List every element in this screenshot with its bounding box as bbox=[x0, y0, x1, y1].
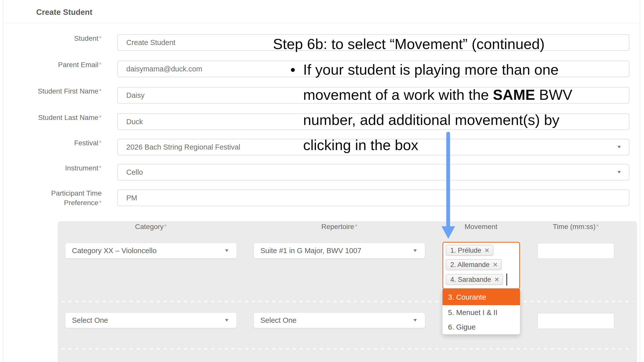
movement-tag: 4. Sarabande✕ bbox=[446, 274, 507, 286]
remove-tag-icon[interactable]: ✕ bbox=[485, 248, 489, 253]
label-last-name: Student Last Name* bbox=[15, 113, 102, 122]
chevron-down-icon: ▼ bbox=[224, 248, 229, 253]
chevron-down-icon: ▼ bbox=[224, 318, 229, 323]
required-marker: * bbox=[98, 34, 102, 42]
chevron-down-icon: ▼ bbox=[412, 248, 418, 253]
movement-tag: 1. Prélude✕ bbox=[446, 245, 493, 256]
time-input-row2[interactable] bbox=[537, 313, 614, 329]
annotation-line-3: number, add additional movement(s) by bbox=[303, 111, 559, 128]
required-marker: * bbox=[98, 87, 102, 95]
label-parent-email: Parent Email* bbox=[15, 60, 102, 70]
chevron-down-icon: ▼ bbox=[616, 144, 622, 150]
pointer-arrow-shaft bbox=[446, 132, 450, 228]
required-marker: * bbox=[98, 114, 102, 121]
text-cursor bbox=[506, 274, 507, 286]
chevron-down-icon: ▼ bbox=[616, 169, 622, 175]
repertoire-select-row1[interactable]: Suite #1 in G Major, BWV 1007▼ bbox=[254, 243, 425, 258]
movement-multiselect-row1[interactable]: 1. Prélude✕ 2. Allemande✕ 4. Sarabande✕ bbox=[442, 242, 520, 289]
pointer-arrow-head-icon bbox=[441, 226, 455, 239]
repertoire-panel bbox=[58, 221, 637, 362]
annotation-line-4: clicking in the box bbox=[303, 137, 418, 153]
required-marker: * bbox=[98, 164, 102, 172]
column-header-movement: Movement bbox=[465, 223, 498, 231]
label-student: Student* bbox=[15, 34, 102, 43]
label-participant-time-preference: Participant Time Preference* bbox=[15, 189, 102, 208]
column-header-time: Time (mm:ss)* bbox=[553, 223, 599, 231]
chevron-down-icon: ▼ bbox=[412, 318, 418, 323]
repertoire-select-row2[interactable]: Select One▼ bbox=[254, 312, 425, 328]
card-header bbox=[3, 0, 640, 23]
annotation-title: Step 6b: to select “Movement” (continued… bbox=[273, 35, 545, 52]
remove-tag-icon[interactable]: ✕ bbox=[494, 277, 499, 283]
page-title: Create Student bbox=[36, 8, 92, 17]
dropdown-option-courante[interactable]: 3. Courante bbox=[442, 289, 520, 305]
required-marker: * bbox=[98, 61, 102, 69]
label-first-name: Student First Name* bbox=[15, 86, 102, 96]
column-header-repertoire: Repertoire* bbox=[321, 223, 357, 231]
row-divider bbox=[62, 348, 633, 349]
participant-time-preference-input[interactable]: PM bbox=[117, 190, 629, 206]
category-select-row2[interactable]: Select One▼ bbox=[65, 312, 237, 328]
instrument-select[interactable]: Cello▼ bbox=[117, 164, 629, 180]
remove-tag-icon[interactable]: ✕ bbox=[493, 262, 498, 268]
dropdown-option-menuet[interactable]: 5. Menuet I & II bbox=[442, 305, 520, 320]
movement-dropdown: 3. Courante 5. Menuet I & II 6. Gigue bbox=[442, 289, 520, 334]
time-input-row1[interactable] bbox=[537, 243, 614, 259]
bullet-icon: • bbox=[290, 61, 295, 78]
annotation-line-2: movement of a work with the SAME BWV bbox=[303, 86, 572, 103]
column-header-category: Category* bbox=[135, 223, 167, 231]
label-festival: Festival* bbox=[15, 138, 102, 148]
annotation-line-1: If your student is playing more than one bbox=[303, 61, 559, 78]
required-marker: * bbox=[98, 199, 102, 207]
category-select-row1[interactable]: Category XX – Violoncello▼ bbox=[65, 243, 237, 258]
dropdown-option-gigue[interactable]: 6. Gigue bbox=[442, 320, 520, 334]
label-instrument: Instrument* bbox=[15, 163, 102, 173]
row-divider bbox=[62, 301, 633, 302]
required-marker: * bbox=[98, 139, 102, 147]
movement-tag: 2. Allemande✕ bbox=[446, 259, 502, 270]
